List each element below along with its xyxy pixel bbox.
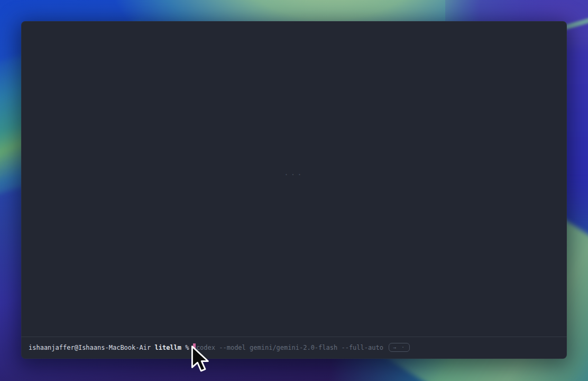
- terminal-prompt-row[interactable]: ishaanjaffer@Ishaans-MacBook-Air litellm…: [29, 343, 410, 352]
- prompt-symbol: %: [185, 344, 189, 351]
- prompt-separator-line: [21, 337, 567, 337]
- autosuggestion-text: codex --model gemini/gemini-2.0-flash --…: [196, 344, 383, 351]
- desktop-wallpaper: ··· ishaanjaffer@Ishaans-MacBook-Air lit…: [0, 0, 588, 381]
- prompt-directory: litellm: [154, 344, 181, 351]
- terminal-text-caret: [193, 343, 196, 351]
- terminal-window[interactable]: ··· ishaanjaffer@Ishaans-MacBook-Air lit…: [21, 21, 567, 359]
- prompt-user-host: ishaanjaffer@Ishaans-MacBook-Air: [29, 344, 151, 351]
- accept-suggestion-key-badge: → ·: [389, 343, 410, 352]
- terminal-loading-indicator: ···: [21, 170, 567, 179]
